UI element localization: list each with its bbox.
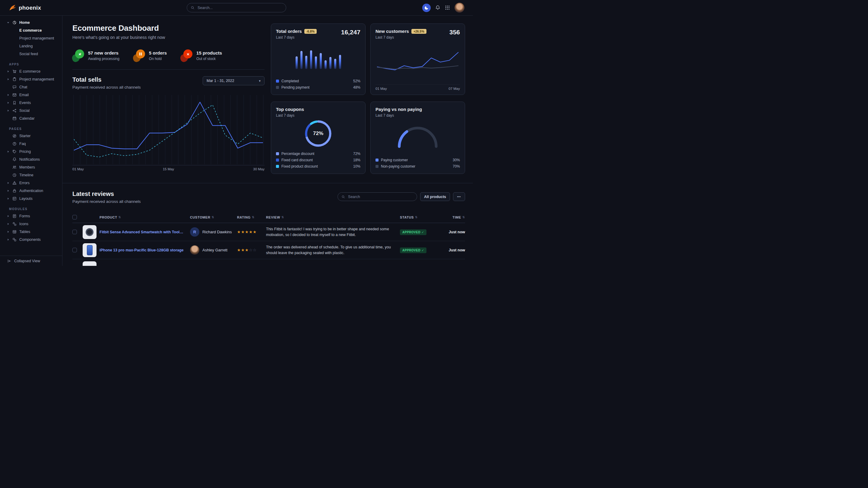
sidebar-item-forms[interactable]: Forms (0, 212, 62, 220)
mail-icon (12, 93, 17, 97)
sidebar-item-starter[interactable]: Starter (0, 132, 62, 140)
sidebar-item-email[interactable]: Email (0, 91, 62, 99)
sidebar-item-tables[interactable]: Tables (0, 228, 62, 236)
stat-title: 15 products (196, 50, 222, 56)
select-all-checkbox[interactable] (72, 215, 77, 220)
order-bar (310, 50, 312, 69)
table-row (72, 259, 465, 266)
total-orders-badge: -6.8% (304, 29, 317, 34)
pie-icon (12, 21, 17, 25)
row-checkbox[interactable] (72, 230, 77, 234)
legend-swatch (375, 165, 378, 168)
caret-down-icon (7, 21, 11, 25)
sidebar-item-landing[interactable]: Landing (0, 42, 62, 50)
legend-value: 10% (353, 164, 361, 168)
customer-avatar (190, 246, 199, 255)
sidebar-item-label: Faq (19, 142, 26, 146)
stat-subtitle: Out of stock (196, 57, 222, 61)
row-checkbox[interactable] (72, 248, 77, 252)
clock-icon (12, 173, 17, 177)
dashboard-left: Ecommerce Dashboard Here's what's going … (72, 24, 265, 174)
date-range-select[interactable]: Mar 1 - 31, 2022 ▾ (203, 76, 265, 85)
navbar-search-input[interactable] (197, 5, 282, 10)
star-badge-icon: ★ (72, 50, 85, 62)
legend-value: 52% (353, 79, 361, 83)
sidebar-section-label: MODULES (0, 207, 62, 211)
product-link[interactable]: Fitbit Sense Advanced Smartwatch with To… (99, 230, 190, 234)
sidebar-item-notifications[interactable]: Notifications (0, 156, 62, 163)
sidebar-item-label: Icons (19, 222, 28, 226)
sidebar-item-project-management[interactable]: Project management (0, 34, 62, 42)
sidebar-item-project-management[interactable]: Project management (0, 75, 62, 83)
sidebar-item-authentication[interactable]: Authentication (0, 187, 62, 195)
legend-swatch (276, 152, 279, 155)
column-header-product[interactable]: PRODUCT⇅ (99, 216, 190, 219)
dashboard-cards: Total orders -6.8% Last 7 days 16,247 Co… (271, 24, 465, 174)
column-header-review[interactable]: REVIEW⇅ (266, 216, 400, 219)
sidebar-item-label: Project management (19, 77, 54, 82)
sidebar-item-errors[interactable]: Errors (0, 179, 62, 187)
reviews-search-input[interactable] (347, 194, 413, 199)
collapsed-view-toggle[interactable]: Collapsed View (0, 256, 62, 266)
sidebar-item-timeline[interactable]: Timeline (0, 171, 62, 179)
all-products-button[interactable]: All products (420, 192, 450, 201)
app-root: phoenix HomeE commerceProject management… (0, 0, 473, 266)
top-coupons-legend: Percentage discount72%Fixed card discoun… (276, 151, 361, 169)
brand[interactable]: phoenix (8, 4, 41, 12)
caretr-icon (6, 101, 10, 105)
search-icon (191, 6, 194, 10)
legend-item: Non-paying customer70% (375, 163, 460, 169)
more-options-button[interactable]: ⋯ (453, 192, 465, 201)
product-thumbnail (83, 261, 96, 266)
caretr-icon (6, 150, 10, 154)
legend-label: Fixed card discount (281, 158, 313, 162)
sidebar-item-e-commerce[interactable]: E commerce (0, 67, 62, 75)
user-avatar[interactable] (455, 3, 464, 13)
total-orders-title: Total orders (276, 29, 302, 34)
top-coupons-card: Top coupons Last 7 days 72% Percentage d… (271, 102, 366, 174)
sidebar-item-calendar[interactable]: Calendar (0, 115, 62, 122)
sidebar-item-members[interactable]: Members (0, 163, 62, 171)
total-orders-period: Last 7 days (276, 35, 341, 39)
sidebar-item-social-feed[interactable]: Social feed (0, 50, 62, 58)
legend-swatch (375, 159, 378, 162)
caret-right-icon (7, 237, 11, 242)
total-sells-header: Total sells Payment received across all … (72, 76, 265, 90)
sidebar-item-pricing[interactable]: Pricing (0, 148, 62, 156)
reviews-table-header: PRODUCT⇅CUSTOMER⇅RATING⇅REVIEW⇅STATUS⇅TI… (72, 212, 465, 223)
paying-gauge-svg (395, 124, 440, 149)
sidebar-item-faq[interactable]: Faq (0, 140, 62, 148)
column-header-rating[interactable]: RATING⇅ (237, 216, 266, 219)
caretr-icon (6, 189, 10, 193)
legend-label: Percentage discount (281, 152, 314, 156)
theme-toggle-button[interactable] (422, 4, 431, 12)
new-customers-x-labels: 01 May 07 May (375, 85, 460, 90)
sidebar-item-social[interactable]: Social (0, 107, 62, 115)
total-orders-card: Total orders -6.8% Last 7 days 16,247 Co… (271, 24, 366, 95)
latest-reviews-title: Latest reviews (72, 191, 141, 197)
sidebar-item-components[interactable]: Components (0, 236, 62, 243)
caret-right-icon (7, 222, 11, 226)
table-icon (12, 230, 17, 234)
components-icon (12, 237, 17, 242)
product-link[interactable]: iPhone 13 pro max-Pacific Blue-128GB sto… (99, 248, 190, 252)
sidebar-item-icons[interactable]: Icons (0, 220, 62, 228)
sidebar-item-events[interactable]: Events (0, 99, 62, 107)
apps-grid-button[interactable] (445, 5, 450, 10)
column-header-customer[interactable]: CUSTOMER⇅ (190, 216, 237, 219)
sidebar-item-label: Starter (19, 134, 31, 138)
sidebar-item-chat[interactable]: Chat (0, 83, 62, 91)
column-label: STATUS (400, 216, 414, 219)
caretr-icon (6, 222, 10, 226)
sidebar-item-e-commerce[interactable]: E commerce (0, 27, 62, 34)
column-header-status[interactable]: STATUS⇅ (400, 216, 439, 219)
sidebar-item-home[interactable]: Home (0, 19, 62, 27)
stat-15-products: ×15 productsOut of stock (181, 50, 222, 62)
notifications-button[interactable] (435, 5, 440, 10)
sidebar-item-layouts[interactable]: Layouts (0, 195, 62, 202)
new-customers-chart (375, 39, 460, 85)
column-header-time[interactable]: TIME⇅ (439, 216, 465, 219)
caret-spacer (7, 134, 11, 138)
navbar-actions (422, 3, 464, 13)
customer-name: Ashley Garrett (203, 248, 227, 252)
